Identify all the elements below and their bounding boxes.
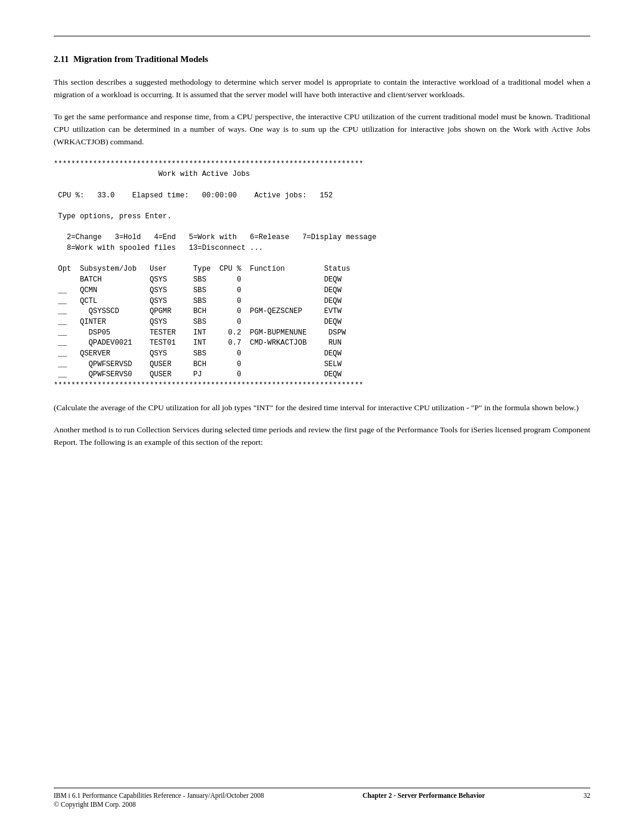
page: 2.11 Migration from Traditional Models T…: [0, 0, 644, 833]
footer-copyright: © Copyright IBM Corp. 2008: [54, 800, 264, 809]
footer-center: Chapter 2 - Server Performance Behavior: [363, 792, 485, 799]
section-number: 2.11: [54, 54, 69, 64]
footer-page-number: 32: [584, 792, 591, 799]
section-title-text: Migration from Traditional Models: [73, 54, 208, 64]
paragraph-last: Another method is to run Collection Serv…: [54, 424, 590, 449]
top-rule: [54, 36, 590, 36]
paragraph-after-code: (Calculate the average of the CPU utiliz…: [54, 402, 590, 414]
footer-line1: IBM i 6.1 Performance Capabilities Refer…: [54, 792, 264, 799]
paragraph-1: This section describes a suggested metho…: [54, 76, 590, 101]
paragraph-2: To get the same performance and response…: [54, 111, 590, 148]
code-block: ****************************************…: [54, 159, 590, 391]
footer-left: IBM i 6.1 Performance Capabilities Refer…: [54, 792, 264, 809]
section-title: 2.11 Migration from Traditional Models: [54, 54, 590, 64]
copyright-symbol: ©: [54, 800, 59, 809]
footer: IBM i 6.1 Performance Capabilities Refer…: [54, 788, 590, 809]
footer-copyright-text: Copyright IBM Corp. 2008: [61, 801, 136, 808]
